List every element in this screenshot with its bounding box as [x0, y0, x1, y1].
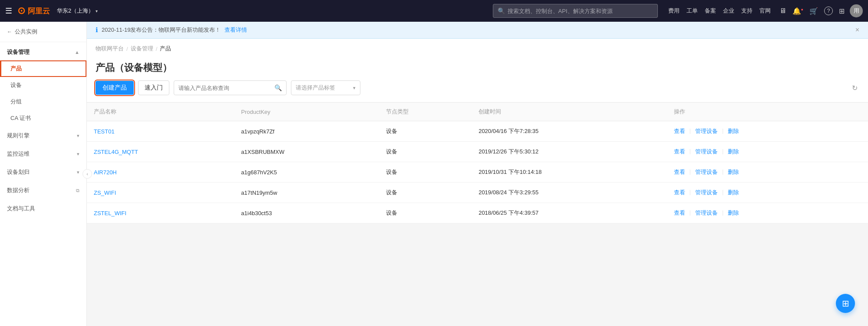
hamburger-icon[interactable]: ☰ — [5, 6, 12, 16]
action-manage-device-2[interactable]: 管理设备 — [695, 168, 718, 176]
page-title: 产品（设备模型） — [96, 61, 859, 74]
help-icon[interactable]: ? — [824, 7, 833, 15]
sidebar-section-device-provisioning-header[interactable]: 设备划归 ▾ — [0, 163, 86, 181]
action-sep1-4: | — [690, 209, 691, 217]
nav-link-icp[interactable]: 备案 — [705, 7, 716, 15]
cart-icon[interactable]: 🛒 — [809, 7, 818, 15]
table-row: TEST01 a1vpzqRk7Zf 设备 2020/04/16 下午7:28:… — [87, 121, 868, 142]
sidebar-section-docs-tools-header[interactable]: 文档与工具 — [0, 200, 86, 218]
action-delete-3[interactable]: 删除 — [728, 189, 739, 196]
action-sep1-3: | — [690, 189, 691, 196]
breadcrumb-sep-2: / — [156, 46, 158, 52]
product-name-link-1[interactable]: ZSTEL4G_MQTT — [94, 149, 138, 155]
cell-product-name-3: ZS_WIFI — [87, 183, 234, 203]
sidebar-collapse-button[interactable]: ‹ — [83, 169, 92, 179]
global-search-input[interactable] — [508, 8, 653, 14]
action-sep2-2: | — [722, 168, 723, 176]
action-view-0[interactable]: 查看 — [674, 127, 685, 135]
sidebar-data-analysis-external-icon: ⧉ — [76, 188, 79, 193]
nav-link-support[interactable]: 支持 — [741, 7, 752, 15]
product-search-input[interactable] — [178, 85, 274, 91]
sidebar-section-docs-tools: 文档与工具 — [0, 200, 86, 218]
col-created-at: 创建时间 — [472, 103, 667, 121]
back-arrow-icon: ← — [7, 29, 12, 35]
breadcrumb: 物联网平台 / 设备管理 / 产品 — [96, 45, 859, 53]
sidebar-section-device-provisioning: 设备划归 ▾ — [0, 163, 86, 181]
sidebar-section-monitor-label: 监控运维 — [7, 150, 30, 158]
action-delete-2[interactable]: 删除 — [728, 168, 739, 176]
product-name-link-2[interactable]: AIR720H — [94, 169, 117, 176]
action-manage-device-0[interactable]: 管理设备 — [695, 127, 718, 135]
section-label-device-management: 设备管理 — [7, 48, 30, 56]
sidebar-section-data-analysis-label: 数据分析 — [7, 186, 30, 194]
sidebar: ← 公共实例 设备管理 ▲ 产品 设备 分组 CA 证书 — [0, 22, 87, 326]
products-table-section: 产品名称 ProductKey 节点类型 创建时间 操作 TEST01 a1vp… — [87, 103, 868, 223]
action-delete-4[interactable]: 删除 — [728, 209, 739, 217]
sidebar-section-rules-header[interactable]: 规则引擎 ▾ — [0, 126, 86, 145]
sidebar-section-data-analysis-header[interactable]: 数据分析 ⧉ — [0, 181, 86, 200]
action-view-4[interactable]: 查看 — [674, 209, 685, 217]
section-chevron-icon: ▲ — [75, 50, 79, 55]
cell-node-type-0: 设备 — [379, 121, 472, 142]
sidebar-section-device-management: 设备管理 ▲ 产品 设备 分组 CA 证书 — [0, 42, 86, 126]
cell-actions-0: 查看 | 管理设备 | 删除 — [667, 121, 868, 142]
logo-text: 阿里云 — [28, 6, 50, 16]
nav-link-ticket[interactable]: 工单 — [686, 7, 698, 15]
action-manage-device-4[interactable]: 管理设备 — [695, 209, 718, 217]
sidebar-item-group-label: 分组 — [10, 98, 22, 106]
col-actions: 操作 — [667, 103, 868, 121]
breadcrumb-device-management[interactable]: 设备管理 — [131, 45, 153, 53]
announcement-close-button[interactable]: × — [855, 26, 859, 34]
product-name-link-4[interactable]: ZSTEL_WIFI — [94, 210, 126, 216]
sidebar-item-ca-cert-label: CA 证书 — [10, 114, 31, 122]
product-name-link-3[interactable]: ZS_WIFI — [94, 190, 116, 196]
nav-link-official[interactable]: 官网 — [759, 7, 771, 15]
product-name-link-0[interactable]: TEST01 — [94, 128, 115, 135]
nav-link-enterprise[interactable]: 企业 — [723, 7, 734, 15]
sidebar-item-group[interactable]: 分组 — [0, 93, 86, 110]
nav-links: 费用 工单 备案 企业 支持 官网 — [668, 7, 771, 15]
global-search[interactable]: 🔍 — [493, 4, 658, 18]
cell-product-name-4: ZSTEL_WIFI — [87, 203, 234, 223]
action-delete-1[interactable]: 删除 — [728, 148, 739, 156]
action-view-2[interactable]: 查看 — [674, 168, 685, 176]
action-view-1[interactable]: 查看 — [674, 148, 685, 156]
refresh-button[interactable]: ↻ — [850, 82, 859, 94]
nav-link-cost[interactable]: 费用 — [668, 7, 680, 15]
bell-icon[interactable]: 🔔● — [792, 7, 803, 15]
back-to-public-instance[interactable]: ← 公共实例 — [0, 22, 86, 42]
sidebar-section-monitor-header[interactable]: 监控运维 ▾ — [0, 145, 86, 163]
action-manage-device-1[interactable]: 管理设备 — [695, 148, 718, 156]
tag-select[interactable]: 请选择产品标签 ▾ — [291, 80, 360, 95]
action-sep1-0: | — [690, 127, 691, 135]
apps-icon[interactable]: ⊞ — [839, 7, 845, 15]
create-product-button[interactable]: 创建产品 — [96, 81, 134, 95]
sidebar-item-ca-cert[interactable]: CA 证书 — [0, 110, 86, 126]
cell-created-at-3: 2019/08/24 下午3:29:55 — [472, 183, 667, 203]
avatar[interactable]: 用 — [850, 4, 863, 17]
sidebar-item-product-label: 产品 — [10, 65, 22, 73]
cell-actions-2: 查看 | 管理设备 | 删除 — [667, 162, 868, 183]
cell-product-key-1: a1XSBRUBMXW — [234, 142, 379, 162]
action-sep2-0: | — [722, 127, 723, 135]
breadcrumb-bar: 物联网平台 / 设备管理 / 产品 — [87, 39, 868, 56]
action-view-3[interactable]: 查看 — [674, 189, 685, 196]
toolbar: 创建产品 速入门 🔍 请选择产品标签 ▾ ↻ — [96, 80, 859, 95]
section-header-device-management[interactable]: 设备管理 ▲ — [0, 42, 86, 60]
cell-created-at-0: 2020/04/16 下午7:28:35 — [472, 121, 667, 142]
row-actions-0: 查看 | 管理设备 | 删除 — [674, 127, 861, 135]
action-manage-device-3[interactable]: 管理设备 — [695, 189, 718, 196]
tag-select-arrow-icon: ▾ — [353, 85, 356, 91]
announcement-link[interactable]: 查看详情 — [224, 26, 247, 34]
region-selector[interactable]: 华东2（上海） ▾ — [57, 7, 98, 15]
sidebar-item-product[interactable]: 产品 — [0, 60, 86, 77]
cell-product-name-1: ZSTEL4G_MQTT — [87, 142, 234, 162]
breadcrumb-iot-platform[interactable]: 物联网平台 — [96, 45, 124, 53]
sidebar-item-device[interactable]: 设备 — [0, 77, 86, 93]
page-header: 产品（设备模型） 创建产品 速入门 🔍 请选择产品标签 ▾ ↻ — [87, 56, 868, 103]
cell-product-name-0: TEST01 — [87, 121, 234, 142]
monitor-icon[interactable]: 🖥 — [779, 7, 786, 15]
float-action-button[interactable]: ⊞ — [836, 294, 855, 313]
quick-start-button[interactable]: 速入门 — [138, 80, 169, 95]
action-delete-0[interactable]: 删除 — [728, 127, 739, 135]
